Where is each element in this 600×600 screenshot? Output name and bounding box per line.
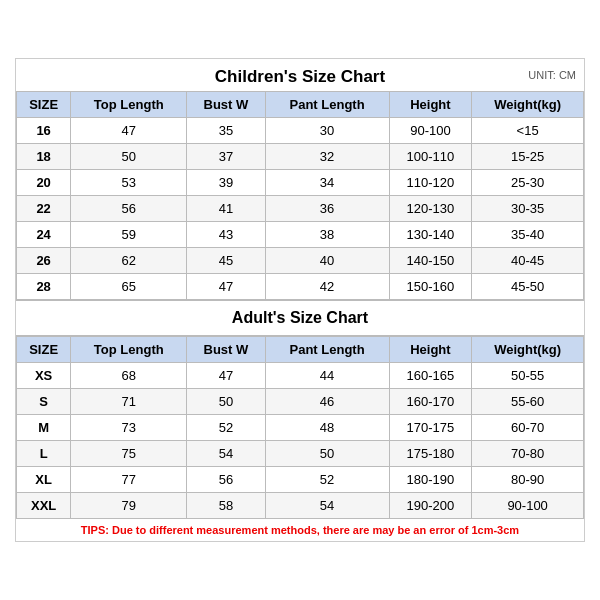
column-header: SIZE — [17, 337, 71, 363]
table-cell: L — [17, 441, 71, 467]
table-cell: 70-80 — [472, 441, 584, 467]
table-cell: 37 — [187, 144, 265, 170]
table-row: 22564136120-13030-35 — [17, 196, 584, 222]
column-header: Weight(kg) — [472, 337, 584, 363]
table-cell: 59 — [71, 222, 187, 248]
table-cell: 36 — [265, 196, 389, 222]
table-cell: <15 — [472, 118, 584, 144]
tips-row: TIPS: Due to different measurement metho… — [16, 519, 584, 541]
table-cell: 60-70 — [472, 415, 584, 441]
column-header: Top Length — [71, 337, 187, 363]
children-title-row: Children's Size Chart UNIT: CM — [16, 59, 584, 91]
table-row: 18503732100-11015-25 — [17, 144, 584, 170]
table-cell: 130-140 — [389, 222, 472, 248]
unit-label: UNIT: CM — [528, 69, 576, 81]
table-cell: 79 — [71, 493, 187, 519]
table-cell: 20 — [17, 170, 71, 196]
table-row: M735248170-17560-70 — [17, 415, 584, 441]
table-cell: 26 — [17, 248, 71, 274]
tips-text: TIPS: Due to different measurement metho… — [16, 519, 584, 541]
table-cell: 90-100 — [389, 118, 472, 144]
table-cell: 18 — [17, 144, 71, 170]
table-cell: 47 — [71, 118, 187, 144]
table-cell: 50 — [187, 389, 265, 415]
table-cell: 120-130 — [389, 196, 472, 222]
table-row: 24594338130-14035-40 — [17, 222, 584, 248]
table-cell: 170-175 — [389, 415, 472, 441]
column-header: Weight(kg) — [472, 92, 584, 118]
table-cell: 54 — [187, 441, 265, 467]
table-cell: 150-160 — [389, 274, 472, 300]
adults-section-table: Adult's Size Chart — [16, 300, 584, 336]
table-cell: 110-120 — [389, 170, 472, 196]
table-cell: 28 — [17, 274, 71, 300]
table-cell: 80-90 — [472, 467, 584, 493]
table-cell: XXL — [17, 493, 71, 519]
table-cell: 56 — [71, 196, 187, 222]
table-cell: 22 — [17, 196, 71, 222]
table-cell: 43 — [187, 222, 265, 248]
table-cell: 65 — [71, 274, 187, 300]
adults-title-row: Adult's Size Chart — [16, 301, 584, 336]
table-row: L755450175-18070-80 — [17, 441, 584, 467]
table-row: XXL795854190-20090-100 — [17, 493, 584, 519]
table-cell: 71 — [71, 389, 187, 415]
table-cell: 38 — [265, 222, 389, 248]
table-cell: 140-150 — [389, 248, 472, 274]
table-cell: 75 — [71, 441, 187, 467]
table-cell: 16 — [17, 118, 71, 144]
table-cell: 190-200 — [389, 493, 472, 519]
table-cell: XS — [17, 363, 71, 389]
table-cell: 56 — [187, 467, 265, 493]
table-cell: 48 — [265, 415, 389, 441]
table-cell: 160-170 — [389, 389, 472, 415]
table-cell: 58 — [187, 493, 265, 519]
table-cell: 46 — [265, 389, 389, 415]
table-cell: 160-165 — [389, 363, 472, 389]
table-cell: 32 — [265, 144, 389, 170]
table-cell: 44 — [265, 363, 389, 389]
table-cell: 45 — [187, 248, 265, 274]
column-header: Pant Length — [265, 337, 389, 363]
column-header: Height — [389, 92, 472, 118]
table-cell: 50 — [71, 144, 187, 170]
table-cell: 62 — [71, 248, 187, 274]
table-cell: 90-100 — [472, 493, 584, 519]
column-header: Bust W — [187, 92, 265, 118]
table-cell: 50 — [265, 441, 389, 467]
table-cell: 47 — [187, 274, 265, 300]
table-cell: 39 — [187, 170, 265, 196]
table-cell: S — [17, 389, 71, 415]
table-row: 1647353090-100<15 — [17, 118, 584, 144]
adults-chart-title: Adult's Size Chart — [16, 301, 584, 336]
table-cell: 40 — [265, 248, 389, 274]
table-cell: 77 — [71, 467, 187, 493]
column-header: SIZE — [17, 92, 71, 118]
table-cell: 34 — [265, 170, 389, 196]
table-cell: 50-55 — [472, 363, 584, 389]
table-cell: 24 — [17, 222, 71, 248]
children-chart-title: Children's Size Chart — [215, 67, 385, 87]
column-header: Top Length — [71, 92, 187, 118]
column-header: Height — [389, 337, 472, 363]
table-cell: 35-40 — [472, 222, 584, 248]
table-cell: 180-190 — [389, 467, 472, 493]
adults-header-row: SIZETop LengthBust WPant LengthHeightWei… — [17, 337, 584, 363]
table-row: XS684744160-16550-55 — [17, 363, 584, 389]
table-cell: XL — [17, 467, 71, 493]
size-chart-container: Children's Size Chart UNIT: CM SIZETop L… — [15, 58, 585, 542]
table-cell: 54 — [265, 493, 389, 519]
table-cell: 68 — [71, 363, 187, 389]
table-cell: 100-110 — [389, 144, 472, 170]
table-row: XL775652180-19080-90 — [17, 467, 584, 493]
table-cell: 30-35 — [472, 196, 584, 222]
adults-size-table: SIZETop LengthBust WPant LengthHeightWei… — [16, 336, 584, 519]
table-cell: 45-50 — [472, 274, 584, 300]
table-cell: 40-45 — [472, 248, 584, 274]
table-cell: 73 — [71, 415, 187, 441]
table-cell: 15-25 — [472, 144, 584, 170]
children-size-table: SIZETop LengthBust WPant LengthHeightWei… — [16, 91, 584, 300]
column-header: Bust W — [187, 337, 265, 363]
table-cell: 35 — [187, 118, 265, 144]
table-cell: 25-30 — [472, 170, 584, 196]
